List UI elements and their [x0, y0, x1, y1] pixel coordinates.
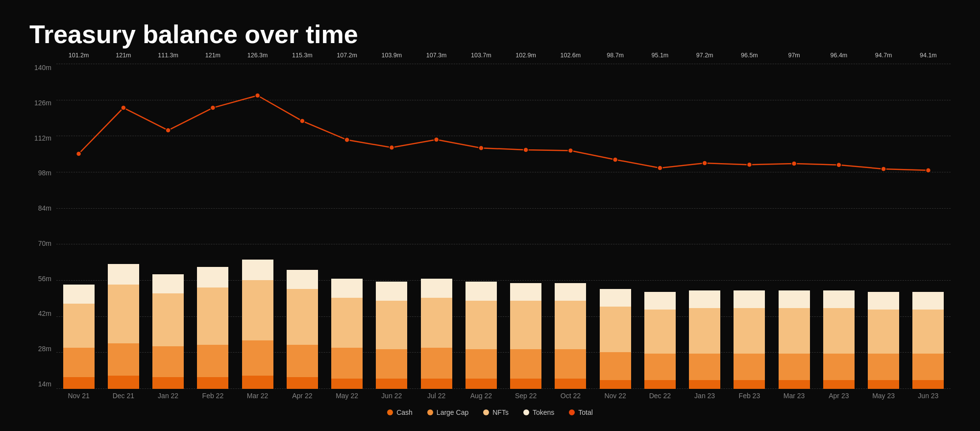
bar-segment: [779, 308, 810, 354]
bar-segment: [331, 298, 363, 348]
bar-group: 94.1m: [906, 64, 951, 389]
bar-group: 96.5m: [727, 64, 772, 389]
bar-group: 102.6m: [548, 64, 593, 389]
legend-item-total: Total: [569, 408, 593, 416]
x-axis-label: Dec 21: [101, 392, 146, 400]
bar-segment: [421, 379, 452, 389]
bar-value-label: 107.2m: [337, 52, 357, 59]
bar-segment: [108, 285, 139, 343]
bar-segment: [63, 304, 95, 348]
bar-stack: [868, 292, 899, 389]
legend-item-nfts: NFTs: [483, 408, 509, 416]
legend-dot-largecap: [427, 409, 433, 415]
bar-value-label: 101.2m: [69, 52, 89, 59]
y-axis-label: 98m: [29, 169, 56, 177]
x-axis-label: Mar 22: [235, 392, 280, 400]
bar-segment: [912, 310, 944, 354]
bar-value-label: 103.7m: [471, 52, 491, 59]
bar-group: 103.7m: [459, 64, 503, 389]
legend-item-cash: Cash: [387, 408, 413, 416]
bar-segment: [287, 377, 318, 389]
bar-segment: [912, 354, 944, 380]
bar-segment: [376, 301, 407, 349]
bar-segment: [510, 379, 541, 389]
chart-area: 14m28m42m56m70m84m98m112m126m140m 101.2m…: [29, 64, 951, 416]
chart-body: 101.2m121m111.3m121m126.3m115.3m107.2m10…: [56, 64, 951, 389]
bar-segment: [779, 380, 810, 389]
bar-group: 111.3m: [146, 64, 191, 389]
chart-main: 14m28m42m56m70m84m98m112m126m140m 101.2m…: [29, 64, 951, 389]
bar-segment: [555, 301, 586, 349]
bar-stack: [63, 285, 95, 389]
x-axis-label: Feb 22: [191, 392, 235, 400]
bar-stack: [108, 264, 139, 389]
bars-container: 101.2m121m111.3m121m126.3m115.3m107.2m10…: [56, 64, 951, 389]
y-axis-label: 112m: [29, 134, 56, 142]
bar-segment: [242, 280, 273, 340]
x-axis-label: Apr 22: [280, 392, 324, 400]
y-axis-label: 126m: [29, 99, 56, 107]
bar-segment: [466, 349, 497, 379]
bar-value-label: 97m: [788, 52, 800, 59]
bar-segment: [734, 354, 765, 380]
x-axis-label: Aug 22: [459, 392, 503, 400]
bar-segment: [376, 282, 407, 301]
bar-segment: [600, 289, 631, 307]
bar-group: 121m: [191, 64, 235, 389]
legend: CashLarge CapNFTsTokensTotal: [29, 408, 951, 416]
bar-segment: [331, 348, 363, 379]
y-axis-label: 28m: [29, 345, 56, 353]
bar-segment: [868, 292, 899, 310]
legend-dot-cash: [387, 409, 393, 415]
x-axis-label: May 23: [861, 392, 906, 400]
bar-segment: [868, 380, 899, 389]
bar-group: 97.2m: [683, 64, 727, 389]
bar-value-label: 102.9m: [515, 52, 536, 59]
legend-dot-tokens: [523, 409, 529, 415]
legend-item-largecap: Large Cap: [427, 408, 468, 416]
bar-stack: [421, 279, 452, 389]
bar-segment: [242, 376, 273, 389]
bar-group: 102.9m: [504, 64, 548, 389]
bar-segment: [644, 354, 676, 380]
x-axis-label: Nov 22: [593, 392, 637, 400]
bar-segment: [287, 345, 318, 377]
bar-stack: [644, 292, 676, 389]
bar-stack: [689, 290, 720, 389]
bar-segment: [242, 260, 273, 280]
bar-segment: [152, 274, 184, 293]
legend-dot-total: [569, 409, 575, 415]
bar-stack: [555, 283, 586, 389]
y-axis-label: 70m: [29, 239, 56, 247]
x-axis-label: Feb 23: [727, 392, 772, 400]
x-axis-label: Jun 22: [369, 392, 414, 400]
legend-label-largecap: Large Cap: [437, 408, 468, 416]
bar-segment: [912, 380, 944, 389]
legend-label-nfts: NFTs: [492, 408, 509, 416]
bar-segment: [600, 352, 631, 380]
bar-stack: [466, 282, 497, 389]
bar-group: 101.2m: [56, 64, 101, 389]
legend-label-total: Total: [578, 408, 593, 416]
bar-value-label: 94.7m: [875, 52, 892, 59]
bar-segment: [331, 379, 363, 389]
y-axis: 14m28m42m56m70m84m98m112m126m140m: [29, 64, 56, 389]
bar-value-label: 115.3m: [292, 52, 313, 59]
x-axis-label: May 22: [325, 392, 369, 400]
bar-stack: [331, 279, 363, 389]
bar-segment: [644, 292, 676, 310]
bar-segment: [197, 345, 228, 377]
bar-segment: [555, 379, 586, 389]
bar-group: 126.3m: [235, 64, 280, 389]
x-axis-label: Jan 22: [146, 392, 191, 400]
bar-segment: [600, 380, 631, 389]
bar-value-label: 102.6m: [561, 52, 581, 59]
bar-segment: [287, 270, 318, 289]
bar-stack: [823, 290, 855, 389]
bar-segment: [376, 379, 407, 389]
bar-segment: [779, 290, 810, 308]
bar-group: 98.7m: [593, 64, 637, 389]
bar-segment: [510, 283, 541, 301]
bar-segment: [197, 377, 228, 389]
bar-value-label: 96.4m: [831, 52, 848, 59]
